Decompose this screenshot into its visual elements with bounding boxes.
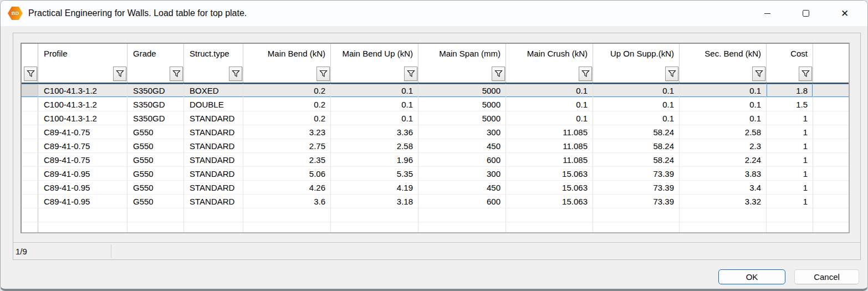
cell[interactable]: 58.24 bbox=[593, 153, 680, 167]
cell[interactable]: 0.1 bbox=[593, 98, 680, 111]
cell[interactable]: 73.39 bbox=[593, 167, 680, 181]
cell[interactable]: C89-41-0.75 bbox=[38, 153, 127, 167]
cell[interactable]: 300 bbox=[418, 125, 506, 139]
cancel-button[interactable]: Cancel bbox=[794, 269, 859, 284]
column-header-8[interactable]: Up On Supp.(kN) bbox=[593, 44, 680, 63]
cell[interactable]: 0.1 bbox=[593, 111, 680, 125]
cell[interactable]: 4.26 bbox=[243, 181, 331, 195]
cell[interactable]: 0.1 bbox=[331, 84, 418, 98]
filter-button[interactable] bbox=[316, 67, 330, 81]
column-header-1[interactable]: Profile bbox=[38, 44, 127, 63]
cell[interactable]: 3.18 bbox=[331, 195, 418, 208]
cell[interactable]: STANDARD bbox=[184, 181, 243, 195]
cell[interactable]: C89-41-0.75 bbox=[38, 139, 127, 153]
title-bar[interactable]: BD Practical Engineering for Walls. Load… bbox=[1, 1, 867, 26]
cell[interactable]: STANDARD bbox=[184, 139, 243, 153]
table-row[interactable]: C89-41-0.75G550STANDARD3.233.3630011.085… bbox=[22, 125, 849, 139]
table-row[interactable]: C89-41-0.75G550STANDARD2.752.5845011.085… bbox=[22, 139, 849, 153]
column-header-3[interactable]: Struct.type bbox=[184, 44, 243, 63]
column-header-5[interactable]: Main Bend Up (kN) bbox=[331, 44, 418, 63]
cell[interactable]: BOXED bbox=[184, 84, 243, 98]
filter-button[interactable] bbox=[752, 67, 765, 81]
cell[interactable]: 5000 bbox=[418, 111, 506, 125]
cell[interactable]: C100-41.3-1.2 bbox=[38, 111, 127, 125]
table-row[interactable]: C89-41-0.95G550STANDARD4.264.1945015.063… bbox=[22, 181, 849, 195]
cell[interactable]: 1 bbox=[767, 139, 813, 153]
cell[interactable]: G550 bbox=[127, 139, 184, 153]
cell[interactable]: 1.8 bbox=[767, 84, 813, 98]
cell[interactable]: 58.24 bbox=[593, 139, 680, 153]
cell[interactable]: 0.1 bbox=[331, 98, 418, 111]
cell[interactable]: C89-41-0.95 bbox=[38, 167, 127, 181]
cell[interactable]: 3.6 bbox=[243, 195, 331, 208]
column-header-4[interactable]: Main Bend (kN) bbox=[243, 44, 331, 63]
cell[interactable]: 0.1 bbox=[331, 111, 418, 125]
cell[interactable]: 1 bbox=[767, 181, 813, 195]
cell[interactable]: 0.1 bbox=[680, 111, 767, 125]
cell[interactable]: STANDARD bbox=[184, 125, 243, 139]
cell[interactable]: 1.96 bbox=[331, 153, 418, 167]
cell[interactable]: 2.58 bbox=[680, 125, 767, 139]
cell[interactable]: 1 bbox=[767, 111, 813, 125]
cell[interactable]: STANDARD bbox=[184, 153, 243, 167]
cell[interactable]: S350GD bbox=[127, 84, 184, 98]
cell[interactable]: G550 bbox=[127, 153, 184, 167]
cell[interactable]: 5000 bbox=[418, 84, 506, 98]
column-header-7[interactable]: Main Crush (kN) bbox=[506, 44, 593, 63]
cell[interactable]: S350GD bbox=[127, 111, 184, 125]
minimize-button[interactable] bbox=[748, 2, 787, 25]
cell[interactable]: 73.39 bbox=[593, 181, 680, 195]
cell[interactable]: 4.19 bbox=[331, 181, 418, 195]
cell[interactable]: 3.4 bbox=[680, 181, 767, 195]
cell[interactable]: 600 bbox=[418, 153, 506, 167]
cell[interactable]: 58.24 bbox=[593, 125, 680, 139]
cell[interactable]: 11.085 bbox=[506, 139, 593, 153]
cell[interactable]: 2.35 bbox=[243, 153, 331, 167]
cell[interactable]: 1 bbox=[767, 125, 813, 139]
cell[interactable]: 600 bbox=[418, 195, 506, 208]
ok-button[interactable]: OK bbox=[718, 269, 785, 284]
cell[interactable]: 0.1 bbox=[593, 84, 680, 98]
filter-button[interactable] bbox=[113, 67, 126, 81]
cell[interactable]: 0.1 bbox=[506, 111, 593, 125]
cell[interactable]: 73.39 bbox=[593, 195, 680, 208]
cell[interactable]: C89-41-0.95 bbox=[38, 181, 127, 195]
cell[interactable]: 2.58 bbox=[331, 139, 418, 153]
cell[interactable]: 300 bbox=[418, 167, 506, 181]
column-header-2[interactable]: Grade bbox=[127, 44, 184, 63]
cell[interactable]: 1 bbox=[767, 153, 813, 167]
table-row[interactable]: C100-41.3-1.2S350GDBOXED0.20.150000.10.1… bbox=[22, 84, 849, 98]
table-row[interactable]: C89-41-0.75G550STANDARD2.351.9660011.085… bbox=[22, 153, 849, 167]
cell[interactable]: 15.063 bbox=[506, 167, 593, 181]
filter-button[interactable] bbox=[24, 67, 37, 81]
cell[interactable]: C89-41-0.75 bbox=[38, 125, 127, 139]
column-header-6[interactable]: Main Span (mm) bbox=[418, 44, 506, 63]
column-header-9[interactable]: Sec. Bend (kN) bbox=[680, 44, 767, 63]
table-row[interactable]: C89-41-0.95G550STANDARD3.63.1860015.0637… bbox=[22, 195, 849, 208]
cell[interactable]: 2.3 bbox=[680, 139, 767, 153]
filter-button[interactable] bbox=[579, 67, 592, 81]
filter-button[interactable] bbox=[229, 67, 242, 81]
filter-button[interactable] bbox=[665, 67, 678, 81]
table-row[interactable]: C100-41.3-1.2S350GDDOUBLE0.20.150000.10.… bbox=[22, 98, 849, 111]
maximize-button[interactable] bbox=[787, 2, 825, 25]
cell[interactable]: 15.063 bbox=[506, 195, 593, 208]
cell[interactable]: 0.2 bbox=[243, 84, 331, 98]
cell[interactable]: 0.2 bbox=[243, 111, 331, 125]
cell[interactable]: STANDARD bbox=[184, 195, 243, 208]
cell[interactable]: 450 bbox=[418, 181, 506, 195]
cell[interactable]: G550 bbox=[127, 195, 184, 208]
cell[interactable]: 2.75 bbox=[243, 139, 331, 153]
cell[interactable]: 15.063 bbox=[506, 181, 593, 195]
cell[interactable]: 0.1 bbox=[680, 84, 767, 98]
cell[interactable]: C100-41.3-1.2 bbox=[38, 98, 127, 111]
cell[interactable]: 11.085 bbox=[506, 153, 593, 167]
cell[interactable]: 1.5 bbox=[767, 98, 813, 111]
filter-button[interactable] bbox=[170, 67, 183, 81]
cell[interactable]: DOUBLE bbox=[184, 98, 243, 111]
cell[interactable]: 11.085 bbox=[506, 125, 593, 139]
filter-button[interactable] bbox=[404, 67, 417, 81]
cell[interactable]: 0.1 bbox=[506, 98, 593, 111]
cell[interactable]: STANDARD bbox=[184, 167, 243, 181]
cell[interactable]: 5000 bbox=[418, 98, 506, 111]
